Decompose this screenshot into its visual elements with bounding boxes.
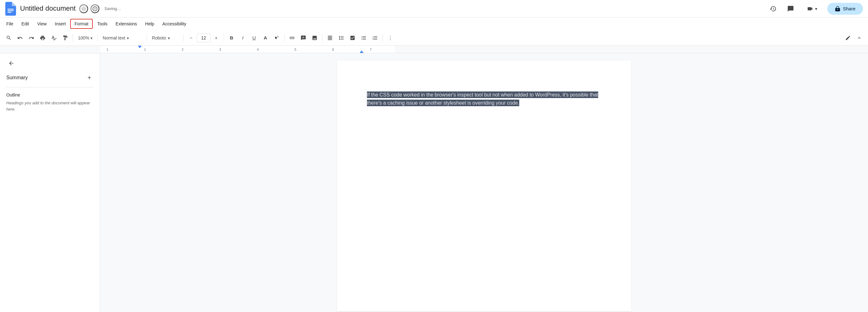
redo-button[interactable] bbox=[26, 33, 36, 43]
suggest-edits-button[interactable] bbox=[843, 33, 853, 43]
font-size-box[interactable]: 12 bbox=[197, 33, 211, 42]
document-text[interactable]: If the CSS code worked in the browser's … bbox=[367, 91, 601, 107]
search-button[interactable] bbox=[4, 33, 14, 43]
summary-title: Summary bbox=[6, 75, 28, 81]
font-size-value: 12 bbox=[201, 35, 206, 40]
insert-comment-icon bbox=[301, 35, 306, 41]
font-selector[interactable]: Roboto bbox=[150, 34, 181, 42]
align-button[interactable] bbox=[325, 33, 335, 43]
font-size-decrease-button[interactable]: − bbox=[186, 33, 196, 43]
svg-text:1: 1 bbox=[106, 48, 108, 51]
header-right: ▾ Share bbox=[767, 2, 863, 15]
style-selector[interactable]: Normal text bbox=[100, 34, 144, 42]
share-button[interactable]: Share bbox=[827, 3, 863, 15]
underline-button[interactable]: U bbox=[249, 33, 259, 43]
menu-format[interactable]: Format bbox=[70, 19, 93, 29]
menu-accessibility[interactable]: Accessibility bbox=[159, 20, 190, 28]
font-size-control: − 12 + bbox=[186, 33, 221, 43]
italic-button[interactable]: I bbox=[238, 33, 248, 43]
print-icon bbox=[40, 35, 45, 41]
bulleted-list-button[interactable] bbox=[359, 33, 369, 43]
bold-button[interactable]: B bbox=[226, 33, 237, 43]
title-icons: ☆ Saving… bbox=[79, 4, 121, 13]
ruler-content: 1 1 2 3 4 5 6 7 bbox=[0, 46, 868, 53]
more-options-button[interactable]: ⋮ bbox=[385, 33, 396, 43]
spellcheck-button[interactable] bbox=[49, 33, 59, 43]
saving-text: Saving… bbox=[104, 6, 121, 11]
svg-text:1: 1 bbox=[144, 48, 146, 51]
zoom-value: 100% bbox=[78, 35, 89, 40]
sidebar: Summary + Outline Headings you add to th… bbox=[0, 53, 100, 312]
undo-icon bbox=[17, 35, 23, 41]
link-button[interactable] bbox=[287, 33, 297, 43]
line-spacing-button[interactable] bbox=[336, 33, 346, 43]
text-color-button[interactable]: A bbox=[260, 33, 271, 43]
doc-title[interactable]: Untitled document bbox=[20, 4, 75, 12]
paint-format-button[interactable] bbox=[60, 33, 70, 43]
divider-3 bbox=[147, 34, 147, 42]
move-to-drive-button[interactable] bbox=[91, 4, 99, 13]
checklist-button[interactable] bbox=[347, 33, 358, 43]
ruler-ticks: 1 1 2 3 4 5 6 7 bbox=[0, 46, 868, 53]
svg-text:7: 7 bbox=[370, 48, 372, 51]
menu-help[interactable]: Help bbox=[141, 20, 158, 28]
collapse-toolbar-button[interactable] bbox=[854, 33, 864, 43]
menu-edit[interactable]: Edit bbox=[18, 20, 33, 28]
main-area: Summary + Outline Headings you add to th… bbox=[0, 53, 868, 312]
print-button[interactable] bbox=[38, 33, 48, 43]
font-chevron-icon bbox=[168, 35, 170, 40]
doc-area[interactable]: If the CSS code worked in the browser's … bbox=[100, 53, 868, 312]
meet-button[interactable]: ▾ bbox=[802, 3, 822, 14]
zoom-selector[interactable]: 100% bbox=[75, 34, 95, 42]
insert-image-button[interactable] bbox=[310, 33, 320, 43]
svg-text:4: 4 bbox=[257, 48, 259, 51]
indent-marker-bottom[interactable] bbox=[360, 51, 364, 53]
style-value: Normal text bbox=[103, 35, 125, 40]
history-icon bbox=[770, 5, 776, 12]
edit-pencil-icon bbox=[845, 35, 851, 41]
divider-8 bbox=[382, 34, 383, 42]
star-button[interactable]: ☆ bbox=[79, 4, 88, 13]
svg-text:6: 6 bbox=[332, 48, 334, 51]
version-history-button[interactable] bbox=[767, 2, 779, 15]
selected-text[interactable]: If the CSS code worked in the browser's … bbox=[367, 91, 598, 106]
undo-button[interactable] bbox=[15, 33, 25, 43]
summary-section: Summary + bbox=[6, 73, 94, 82]
back-arrow-icon bbox=[8, 60, 14, 66]
svg-text:2: 2 bbox=[182, 48, 184, 51]
summary-add-button[interactable]: + bbox=[85, 73, 94, 82]
bold-icon: B bbox=[230, 35, 233, 40]
svg-text:3: 3 bbox=[219, 48, 221, 51]
divider-4 bbox=[183, 34, 184, 42]
lock-icon bbox=[835, 6, 840, 11]
style-chevron-icon bbox=[127, 35, 129, 40]
checklist-icon bbox=[350, 35, 355, 41]
comments-button[interactable] bbox=[784, 2, 797, 15]
sidebar-back-button[interactable] bbox=[6, 58, 16, 68]
outline-title: Outline bbox=[6, 92, 94, 97]
insert-comment-button[interactable] bbox=[298, 33, 308, 43]
chevron-up-icon bbox=[857, 35, 862, 41]
highlight-icon bbox=[274, 35, 280, 41]
numbered-list-button[interactable] bbox=[370, 33, 380, 43]
font-size-increase-button[interactable]: + bbox=[211, 33, 221, 43]
highlight-color-button[interactable] bbox=[272, 33, 282, 43]
sidebar-divider bbox=[6, 87, 94, 87]
menu-extensions[interactable]: Extensions bbox=[112, 20, 141, 28]
menu-file[interactable]: File bbox=[2, 20, 17, 28]
menu-view[interactable]: View bbox=[34, 20, 51, 28]
divider-2 bbox=[97, 34, 98, 42]
divider-6 bbox=[284, 34, 284, 42]
toolbar: 100% Normal text Roboto − 12 + B I U A bbox=[0, 30, 868, 46]
zoom-chevron-icon bbox=[91, 35, 92, 40]
line-spacing-icon bbox=[338, 35, 344, 41]
menu-tools[interactable]: Tools bbox=[93, 20, 111, 28]
outline-hint: Headings you add to the document will ap… bbox=[6, 100, 94, 112]
menu-insert[interactable]: Insert bbox=[51, 20, 69, 28]
search-icon bbox=[6, 35, 11, 41]
summary-header: Summary + bbox=[6, 73, 94, 82]
title-bar: Untitled document ☆ Saving… bbox=[0, 0, 868, 18]
share-label: Share bbox=[843, 6, 856, 11]
document-page[interactable]: If the CSS code worked in the browser's … bbox=[337, 61, 631, 311]
indent-marker-top[interactable] bbox=[138, 46, 142, 48]
